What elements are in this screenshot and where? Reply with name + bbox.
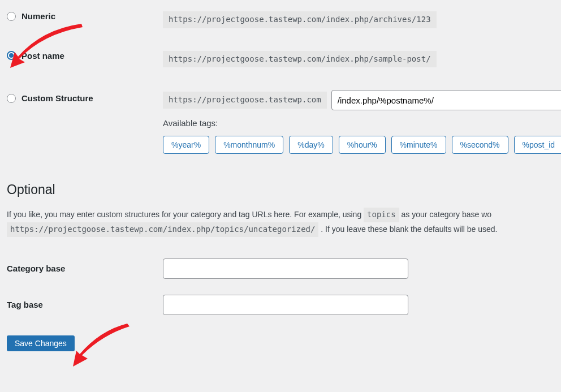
- available-tags-list: %year%%monthnum%%day%%hour%%minute%%seco…: [163, 136, 561, 154]
- category-base-label: Category base: [7, 264, 163, 273]
- code-example-url: https://projectgoose.tastewp.com/index.p…: [7, 222, 318, 237]
- option-label-group[interactable]: Numeric: [7, 11, 163, 21]
- tag-base-input[interactable]: [163, 295, 408, 315]
- tag-button[interactable]: %post_id: [514, 136, 561, 154]
- numeric-example: https://projectgoose.tastewp.com/index.p…: [163, 11, 437, 28]
- code-topics: topics: [364, 208, 399, 222]
- tag-button[interactable]: %hour%: [339, 136, 386, 154]
- option-row-custom: Custom Structure https://projectgoose.ta…: [7, 79, 561, 165]
- tag-button[interactable]: %minute%: [391, 136, 446, 154]
- radio-numeric[interactable]: [7, 12, 16, 21]
- custom-prefix: https://projectgoose.tastewp.com: [163, 92, 327, 109]
- optional-heading: Optional: [7, 165, 561, 208]
- available-tags-label: Available tags:: [163, 118, 561, 128]
- radio-postname[interactable]: [7, 51, 16, 60]
- postname-example: https://projectgoose.tastewp.com/index.p…: [163, 51, 437, 68]
- custom-structure-input[interactable]: [331, 90, 561, 110]
- custom-label: Custom Structure: [21, 93, 93, 103]
- option-label-group[interactable]: Post name: [7, 51, 163, 61]
- option-row-numeric: Numeric https://projectgoose.tastewp.com…: [7, 0, 561, 40]
- option-label-group[interactable]: Custom Structure: [7, 90, 163, 103]
- tag-button[interactable]: %monthnum%: [215, 136, 283, 154]
- optional-description: If you like, you may enter custom struct…: [7, 208, 561, 236]
- tag-button[interactable]: %second%: [452, 136, 508, 154]
- tag-base-label: Tag base: [7, 300, 163, 309]
- option-row-postname: Post name https://projectgoose.tastewp.c…: [7, 40, 561, 79]
- radio-custom[interactable]: [7, 94, 16, 103]
- tag-button[interactable]: %year%: [163, 136, 209, 154]
- category-base-row: Category base: [7, 251, 561, 287]
- save-changes-button[interactable]: Save Changes: [7, 335, 75, 351]
- tag-base-row: Tag base: [7, 287, 561, 323]
- category-base-input[interactable]: [163, 259, 408, 279]
- tag-button[interactable]: %day%: [289, 136, 333, 154]
- numeric-label: Numeric: [21, 11, 55, 21]
- annotation-arrow-icon: [71, 324, 133, 373]
- postname-label: Post name: [21, 51, 64, 61]
